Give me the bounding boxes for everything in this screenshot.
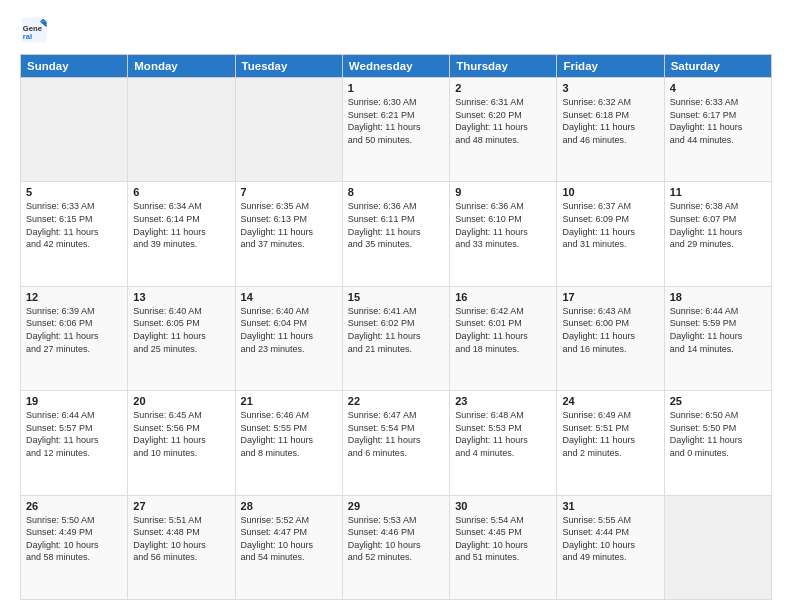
day-cell: 31Sunrise: 5:55 AM Sunset: 4:44 PM Dayli… — [557, 495, 664, 599]
day-info: Sunrise: 6:41 AM Sunset: 6:02 PM Dayligh… — [348, 305, 444, 355]
day-cell: 7Sunrise: 6:35 AM Sunset: 6:13 PM Daylig… — [235, 182, 342, 286]
day-number: 29 — [348, 500, 444, 512]
day-number: 27 — [133, 500, 229, 512]
day-cell — [235, 78, 342, 182]
day-cell: 11Sunrise: 6:38 AM Sunset: 6:07 PM Dayli… — [664, 182, 771, 286]
header: Gene ral — [20, 16, 772, 44]
day-number: 17 — [562, 291, 658, 303]
day-cell: 22Sunrise: 6:47 AM Sunset: 5:54 PM Dayli… — [342, 391, 449, 495]
svg-text:ral: ral — [23, 32, 32, 41]
day-cell: 14Sunrise: 6:40 AM Sunset: 6:04 PM Dayli… — [235, 286, 342, 390]
day-info: Sunrise: 6:48 AM Sunset: 5:53 PM Dayligh… — [455, 409, 551, 459]
day-cell: 10Sunrise: 6:37 AM Sunset: 6:09 PM Dayli… — [557, 182, 664, 286]
day-cell: 9Sunrise: 6:36 AM Sunset: 6:10 PM Daylig… — [450, 182, 557, 286]
day-info: Sunrise: 6:38 AM Sunset: 6:07 PM Dayligh… — [670, 200, 766, 250]
day-info: Sunrise: 5:51 AM Sunset: 4:48 PM Dayligh… — [133, 514, 229, 564]
day-info: Sunrise: 5:50 AM Sunset: 4:49 PM Dayligh… — [26, 514, 122, 564]
week-row-3: 19Sunrise: 6:44 AM Sunset: 5:57 PM Dayli… — [21, 391, 772, 495]
day-cell: 8Sunrise: 6:36 AM Sunset: 6:11 PM Daylig… — [342, 182, 449, 286]
day-cell: 5Sunrise: 6:33 AM Sunset: 6:15 PM Daylig… — [21, 182, 128, 286]
weekday-tuesday: Tuesday — [235, 55, 342, 78]
day-number: 4 — [670, 82, 766, 94]
weekday-thursday: Thursday — [450, 55, 557, 78]
day-number: 18 — [670, 291, 766, 303]
day-number: 9 — [455, 186, 551, 198]
day-info: Sunrise: 6:30 AM Sunset: 6:21 PM Dayligh… — [348, 96, 444, 146]
day-cell — [21, 78, 128, 182]
day-number: 14 — [241, 291, 337, 303]
calendar-table: SundayMondayTuesdayWednesdayThursdayFrid… — [20, 54, 772, 600]
day-cell: 4Sunrise: 6:33 AM Sunset: 6:17 PM Daylig… — [664, 78, 771, 182]
day-number: 1 — [348, 82, 444, 94]
day-number: 8 — [348, 186, 444, 198]
day-cell: 24Sunrise: 6:49 AM Sunset: 5:51 PM Dayli… — [557, 391, 664, 495]
day-cell: 3Sunrise: 6:32 AM Sunset: 6:18 PM Daylig… — [557, 78, 664, 182]
day-number: 30 — [455, 500, 551, 512]
day-number: 5 — [26, 186, 122, 198]
day-number: 23 — [455, 395, 551, 407]
day-number: 15 — [348, 291, 444, 303]
day-info: Sunrise: 6:44 AM Sunset: 5:59 PM Dayligh… — [670, 305, 766, 355]
day-cell: 18Sunrise: 6:44 AM Sunset: 5:59 PM Dayli… — [664, 286, 771, 390]
day-info: Sunrise: 6:39 AM Sunset: 6:06 PM Dayligh… — [26, 305, 122, 355]
day-info: Sunrise: 6:35 AM Sunset: 6:13 PM Dayligh… — [241, 200, 337, 250]
day-cell: 27Sunrise: 5:51 AM Sunset: 4:48 PM Dayli… — [128, 495, 235, 599]
day-info: Sunrise: 6:34 AM Sunset: 6:14 PM Dayligh… — [133, 200, 229, 250]
day-info: Sunrise: 6:43 AM Sunset: 6:00 PM Dayligh… — [562, 305, 658, 355]
day-info: Sunrise: 6:33 AM Sunset: 6:17 PM Dayligh… — [670, 96, 766, 146]
day-number: 28 — [241, 500, 337, 512]
weekday-sunday: Sunday — [21, 55, 128, 78]
day-number: 20 — [133, 395, 229, 407]
day-cell: 23Sunrise: 6:48 AM Sunset: 5:53 PM Dayli… — [450, 391, 557, 495]
day-info: Sunrise: 6:46 AM Sunset: 5:55 PM Dayligh… — [241, 409, 337, 459]
day-info: Sunrise: 6:44 AM Sunset: 5:57 PM Dayligh… — [26, 409, 122, 459]
logo: Gene ral — [20, 16, 52, 44]
day-cell: 16Sunrise: 6:42 AM Sunset: 6:01 PM Dayli… — [450, 286, 557, 390]
day-number: 24 — [562, 395, 658, 407]
day-info: Sunrise: 6:36 AM Sunset: 6:11 PM Dayligh… — [348, 200, 444, 250]
week-row-4: 26Sunrise: 5:50 AM Sunset: 4:49 PM Dayli… — [21, 495, 772, 599]
day-info: Sunrise: 6:47 AM Sunset: 5:54 PM Dayligh… — [348, 409, 444, 459]
day-cell: 17Sunrise: 6:43 AM Sunset: 6:00 PM Dayli… — [557, 286, 664, 390]
day-cell: 15Sunrise: 6:41 AM Sunset: 6:02 PM Dayli… — [342, 286, 449, 390]
day-info: Sunrise: 6:42 AM Sunset: 6:01 PM Dayligh… — [455, 305, 551, 355]
day-cell — [664, 495, 771, 599]
week-row-0: 1Sunrise: 6:30 AM Sunset: 6:21 PM Daylig… — [21, 78, 772, 182]
logo-icon: Gene ral — [20, 16, 48, 44]
day-cell: 19Sunrise: 6:44 AM Sunset: 5:57 PM Dayli… — [21, 391, 128, 495]
weekday-saturday: Saturday — [664, 55, 771, 78]
day-number: 31 — [562, 500, 658, 512]
weekday-header-row: SundayMondayTuesdayWednesdayThursdayFrid… — [21, 55, 772, 78]
day-number: 6 — [133, 186, 229, 198]
page: Gene ral SundayMondayTuesdayWednesdayThu… — [0, 0, 792, 612]
day-number: 3 — [562, 82, 658, 94]
day-info: Sunrise: 6:45 AM Sunset: 5:56 PM Dayligh… — [133, 409, 229, 459]
day-number: 11 — [670, 186, 766, 198]
day-number: 7 — [241, 186, 337, 198]
day-cell: 13Sunrise: 6:40 AM Sunset: 6:05 PM Dayli… — [128, 286, 235, 390]
week-row-1: 5Sunrise: 6:33 AM Sunset: 6:15 PM Daylig… — [21, 182, 772, 286]
day-number: 25 — [670, 395, 766, 407]
weekday-friday: Friday — [557, 55, 664, 78]
day-cell — [128, 78, 235, 182]
weekday-wednesday: Wednesday — [342, 55, 449, 78]
day-number: 26 — [26, 500, 122, 512]
day-cell: 28Sunrise: 5:52 AM Sunset: 4:47 PM Dayli… — [235, 495, 342, 599]
day-info: Sunrise: 6:31 AM Sunset: 6:20 PM Dayligh… — [455, 96, 551, 146]
day-cell: 2Sunrise: 6:31 AM Sunset: 6:20 PM Daylig… — [450, 78, 557, 182]
day-number: 19 — [26, 395, 122, 407]
week-row-2: 12Sunrise: 6:39 AM Sunset: 6:06 PM Dayli… — [21, 286, 772, 390]
day-cell: 21Sunrise: 6:46 AM Sunset: 5:55 PM Dayli… — [235, 391, 342, 495]
day-number: 22 — [348, 395, 444, 407]
day-cell: 20Sunrise: 6:45 AM Sunset: 5:56 PM Dayli… — [128, 391, 235, 495]
day-number: 21 — [241, 395, 337, 407]
day-info: Sunrise: 6:36 AM Sunset: 6:10 PM Dayligh… — [455, 200, 551, 250]
day-number: 12 — [26, 291, 122, 303]
day-number: 10 — [562, 186, 658, 198]
day-cell: 29Sunrise: 5:53 AM Sunset: 4:46 PM Dayli… — [342, 495, 449, 599]
day-info: Sunrise: 5:52 AM Sunset: 4:47 PM Dayligh… — [241, 514, 337, 564]
day-cell: 30Sunrise: 5:54 AM Sunset: 4:45 PM Dayli… — [450, 495, 557, 599]
day-info: Sunrise: 6:32 AM Sunset: 6:18 PM Dayligh… — [562, 96, 658, 146]
day-info: Sunrise: 6:37 AM Sunset: 6:09 PM Dayligh… — [562, 200, 658, 250]
day-info: Sunrise: 6:50 AM Sunset: 5:50 PM Dayligh… — [670, 409, 766, 459]
